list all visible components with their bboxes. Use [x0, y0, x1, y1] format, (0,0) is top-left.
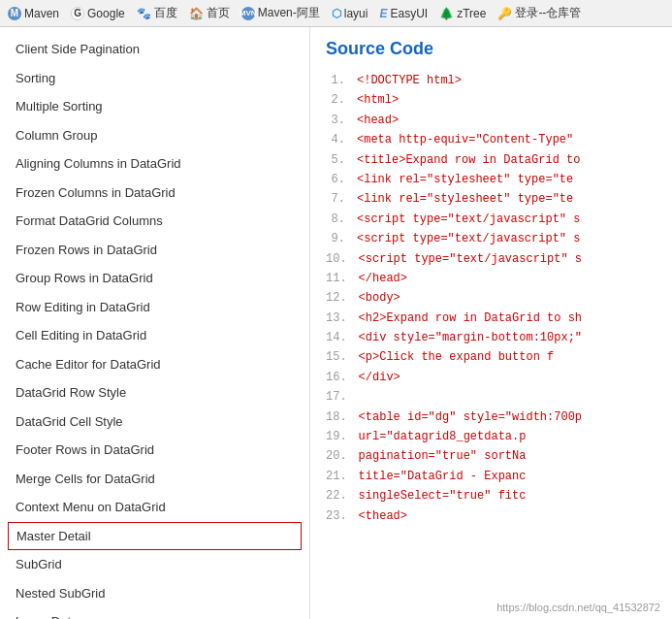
line-number: 17. — [326, 387, 347, 407]
line-text: <thead> — [359, 506, 407, 526]
browser-bar-mvn[interactable]: MVN Maven-阿里 — [241, 5, 320, 21]
line-number: 8. — [326, 210, 345, 229]
sidebar-item[interactable]: DataGrid Cell Style — [0, 407, 309, 437]
line-text: <script type="text/javascript" s — [357, 229, 580, 248]
sidebar-item[interactable]: DataGrid Row Style — [0, 378, 309, 407]
line-number: 22. — [326, 486, 347, 505]
easyui-icon: E — [379, 7, 387, 20]
code-line: 21. title="DataGrid - Expanc — [326, 467, 656, 486]
line-text: <h2>Expand row in DataGrid to sh — [359, 309, 582, 328]
code-line: 20. pagination="true" sortNa — [326, 446, 656, 466]
ztree-label: zTree — [457, 7, 486, 20]
sidebar-item[interactable]: Aligning Columns in DataGrid — [0, 149, 309, 179]
line-text: pagination="true" sortNa — [359, 446, 527, 466]
sidebar: Client Side PaginationSortingMultiple So… — [0, 27, 310, 619]
code-line: 2.<html> — [326, 90, 656, 110]
browser-bar-baidu[interactable]: 🐾 百度 — [137, 5, 177, 21]
maven-label: Maven — [24, 7, 59, 20]
sidebar-item[interactable]: Group Rows in DataGrid — [0, 264, 309, 293]
home-icon: 🏠 — [189, 7, 204, 20]
google-icon: G — [71, 7, 84, 20]
line-number: 5. — [326, 150, 345, 170]
code-line: 5. <title>Expand row in DataGrid to — [326, 150, 656, 170]
baidu-icon: 🐾 — [137, 7, 151, 20]
sidebar-item[interactable]: Context Menu on DataGrid — [0, 493, 309, 522]
line-text: <link rel="stylesheet" type="te — [357, 189, 573, 209]
sidebar-item[interactable]: Client Side Pagination — [0, 35, 309, 64]
line-number: 9. — [326, 229, 345, 248]
browser-bar-maven[interactable]: M Maven — [8, 7, 59, 20]
sidebar-item[interactable]: Nested SubGrid — [0, 579, 309, 608]
line-text: <script type="text/javascript" s — [357, 210, 580, 229]
line-number: 15. — [326, 347, 347, 367]
main-layout: Client Side PaginationSortingMultiple So… — [0, 27, 672, 619]
line-number: 21. — [326, 467, 347, 486]
line-number: 3. — [326, 111, 345, 130]
maven-icon: M — [8, 7, 21, 20]
sidebar-item[interactable]: SubGrid — [0, 550, 309, 579]
code-line: 22. singleSelect="true" fitc — [326, 486, 656, 505]
sidebar-item[interactable]: Column Group — [0, 121, 309, 150]
line-text: singleSelect="true" fitc — [359, 486, 527, 505]
code-line: 7. <link rel="stylesheet" type="te — [326, 189, 656, 209]
sidebar-item[interactable]: Cache Editor for DataGrid — [0, 350, 309, 379]
sidebar-item[interactable]: Frozen Rows in DataGrid — [0, 236, 309, 265]
code-line: 9. <script type="text/javascript" s — [326, 229, 656, 248]
line-number: 10. — [326, 249, 347, 269]
code-line: 15. <p>Click the expand button f — [326, 347, 656, 367]
browser-bar-google[interactable]: G Google — [71, 7, 125, 20]
code-line: 12.<body> — [326, 288, 656, 308]
sidebar-item[interactable]: Sorting — [0, 64, 309, 93]
layui-label: layui — [344, 7, 368, 20]
code-line: 17. — [326, 387, 656, 407]
code-line: 11.</head> — [326, 269, 656, 288]
line-number: 11. — [326, 269, 347, 288]
home-label: 首页 — [207, 5, 230, 21]
sidebar-item[interactable]: Footer Rows in DataGrid — [0, 436, 309, 465]
sidebar-item[interactable]: Master Detail — [8, 522, 302, 551]
line-number: 13. — [326, 309, 347, 328]
code-line: 3.<head> — [326, 111, 656, 130]
login-label: 登录--仓库管 — [515, 5, 581, 21]
google-label: Google — [87, 7, 125, 20]
baidu-label: 百度 — [154, 5, 177, 21]
code-line: 13. <h2>Expand row in DataGrid to sh — [326, 309, 656, 328]
code-line: 18. <table id="dg" style="width:700p — [326, 407, 656, 427]
line-text: </div> — [359, 368, 400, 387]
line-text: title="DataGrid - Expanc — [359, 467, 527, 486]
line-number: 18. — [326, 407, 347, 427]
sidebar-item[interactable]: Merge Cells for DataGrid — [0, 465, 309, 494]
line-number: 12. — [326, 288, 347, 308]
line-text: <p>Click the expand button f — [359, 347, 555, 367]
browser-bar-easyui[interactable]: E EasyUI — [379, 7, 428, 20]
line-text: <title>Expand row in DataGrid to — [357, 150, 580, 170]
line-number: 16. — [326, 368, 347, 387]
sidebar-item[interactable]: Cell Editing in DataGrid — [0, 321, 309, 350]
line-text: </head> — [359, 269, 407, 288]
code-line: 14. <div style="margin-bottom:10px;" — [326, 328, 656, 347]
line-number: 23. — [326, 506, 347, 526]
line-number: 4. — [326, 130, 345, 149]
line-text: <script type="text/javascript" s — [359, 249, 582, 269]
sidebar-item[interactable]: Frozen Columns in DataGrid — [0, 179, 309, 208]
line-text: <head> — [357, 111, 399, 130]
code-line: 23. <thead> — [326, 506, 656, 526]
sidebar-item[interactable]: Format DataGrid Columns — [0, 207, 309, 236]
line-text: <!DOCTYPE html> — [357, 71, 462, 90]
browser-bar-ztree[interactable]: 🌲 zTree — [439, 7, 486, 20]
sidebar-item[interactable]: Multiple Sorting — [0, 92, 309, 121]
mvn-label: Maven-阿里 — [258, 5, 320, 21]
code-line: 19. url="datagrid8_getdata.p — [326, 427, 656, 446]
line-text: <body> — [359, 288, 400, 308]
browser-bar-home[interactable]: 🏠 首页 — [189, 5, 230, 21]
sidebar-item[interactable]: Row Editing in DataGrid — [0, 293, 309, 322]
watermark: https://blog.csdn.net/qq_41532872 — [496, 602, 660, 613]
code-line: 16. </div> — [326, 368, 656, 387]
browser-bar-layui[interactable]: ⬡ layui — [332, 7, 368, 20]
line-text: <table id="dg" style="width:700p — [359, 407, 582, 427]
line-number: 19. — [326, 427, 347, 446]
line-number: 2. — [326, 90, 345, 110]
sidebar-item[interactable]: Large Data — [0, 607, 309, 619]
browser-bar-login[interactable]: 🔑 登录--仓库管 — [497, 5, 581, 21]
browser-bar: M Maven G Google 🐾 百度 🏠 首页 MVN Maven-阿里 … — [0, 0, 672, 27]
